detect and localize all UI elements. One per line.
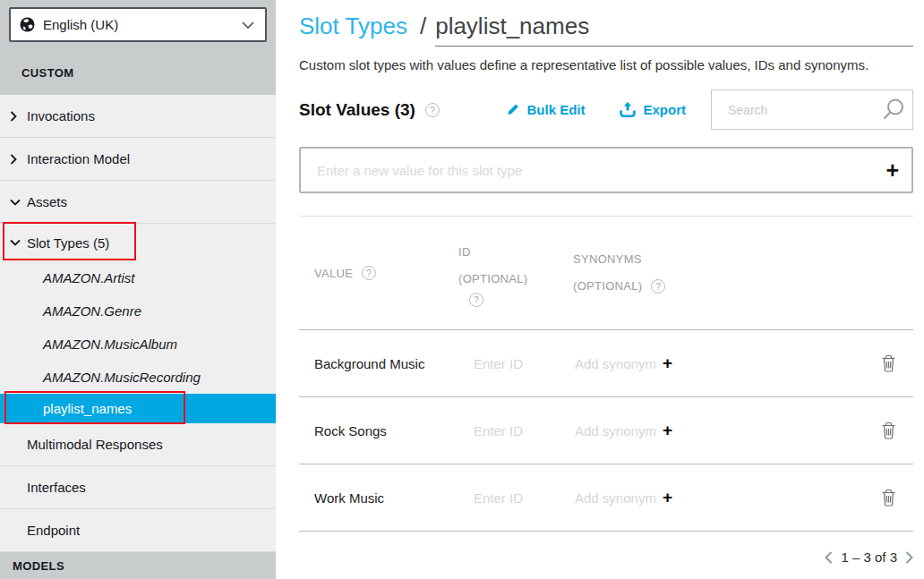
- synonym-input[interactable]: [573, 422, 658, 439]
- bulk-edit-icon: [505, 102, 520, 117]
- synonyms-header-optional-label: (OPTIONAL): [573, 273, 642, 300]
- export-button[interactable]: Export: [619, 101, 686, 118]
- pagination: 1 – 3 of 3: [299, 549, 913, 565]
- pagination-prev-icon[interactable]: [825, 551, 833, 564]
- language-selector[interactable]: English (UK): [9, 7, 267, 42]
- chevron-right-icon: [10, 111, 17, 122]
- sidebar-item-slot-types[interactable]: Slot Types (5): [0, 224, 276, 261]
- value-header-label: VALUE: [314, 267, 353, 280]
- sidebar-item-label: Slot Types (5): [27, 235, 109, 251]
- column-header-synonyms: SYNONYMS (OPTIONAL) ?: [573, 246, 913, 300]
- sidebar-item-label: AMAZON.MusicAlbum: [43, 336, 177, 352]
- sidebar-item-amazon-artist[interactable]: AMAZON.Artist: [0, 261, 276, 294]
- sidebar-item-label: Interaction Model: [27, 151, 130, 166]
- help-icon[interactable]: ?: [469, 293, 483, 307]
- sidebar: English (UK) CUSTOM Invocations Interact…: [0, 0, 276, 579]
- models-section-label: MODELS: [13, 559, 64, 573]
- sidebar-header: English (UK) CUSTOM: [0, 0, 276, 95]
- globe-icon: [20, 17, 35, 32]
- search-input[interactable]: [726, 102, 881, 118]
- sidebar-item-label: Endpoint: [27, 523, 80, 538]
- column-header-id: ID (OPTIONAL) ?: [458, 239, 573, 307]
- delete-row-icon[interactable]: [881, 354, 913, 372]
- sidebar-item-assets[interactable]: Assets: [0, 181, 276, 224]
- sidebar-item-amazon-musicalbum[interactable]: AMAZON.MusicAlbum: [0, 328, 276, 361]
- alexa-developer-console: English (UK) CUSTOM Invocations Interact…: [0, 0, 924, 579]
- chevron-down-icon: [10, 199, 21, 206]
- id-header-label: ID: [458, 239, 573, 266]
- sidebar-item-invocations[interactable]: Invocations: [0, 95, 276, 138]
- sidebar-item-amazon-genre[interactable]: AMAZON.Genre: [0, 294, 276, 328]
- bulk-edit-button[interactable]: Bulk Edit: [505, 102, 585, 117]
- sidebar-item-playlist-names[interactable]: playlist_names: [0, 394, 276, 423]
- sidebar-item-label: AMAZON.MusicRecording: [43, 370, 201, 385]
- custom-section-label: CUSTOM: [21, 66, 267, 80]
- chevron-down-icon: [10, 239, 21, 246]
- delete-row-icon[interactable]: [881, 489, 913, 507]
- table-body: Background Music + Rock Songs: [299, 329, 913, 532]
- slot-type-name: playlist_names: [435, 13, 589, 39]
- page-description: Custom slot types with values define a r…: [299, 57, 913, 73]
- add-synonym-icon[interactable]: +: [663, 488, 702, 507]
- export-icon: [619, 101, 637, 118]
- slot-values-table: VALUE ? ID (OPTIONAL) ? SYNONYMS (OPTION…: [299, 216, 913, 532]
- sidebar-nav: Invocations Interaction Model Assets Slo…: [0, 95, 276, 552]
- column-header-value: VALUE ?: [314, 266, 458, 280]
- new-slot-value-input[interactable]: [315, 162, 886, 179]
- sidebar-item-label: Assets: [27, 194, 67, 209]
- table-row: Background Music +: [299, 329, 913, 396]
- sidebar-item-label: Interfaces: [27, 480, 86, 495]
- pagination-next-icon[interactable]: [905, 551, 913, 564]
- search-box: [711, 89, 913, 130]
- sidebar-item-label: playlist_names: [43, 401, 132, 416]
- add-synonym-icon[interactable]: +: [663, 421, 702, 440]
- slot-values-toolbar: Slot Values (3) ? Bulk Edit: [299, 89, 913, 130]
- chevron-right-icon: [10, 154, 17, 165]
- help-icon[interactable]: ?: [362, 266, 376, 280]
- sidebar-item-label: Multimodal Responses: [27, 437, 163, 452]
- sidebar-item-multimodal-responses[interactable]: Multimodal Responses: [0, 423, 276, 466]
- slot-values-title: Slot Values (3): [299, 100, 415, 120]
- sidebar-item-interfaces[interactable]: Interfaces: [0, 466, 276, 509]
- table-row: Work Music +: [299, 464, 913, 531]
- language-label: English (UK): [43, 17, 118, 32]
- sidebar-footer: MODELS: [0, 552, 276, 579]
- table-header: VALUE ? ID (OPTIONAL) ? SYNONYMS (OPTION…: [299, 217, 913, 329]
- slot-value: Work Music: [314, 490, 472, 506]
- delete-row-icon[interactable]: [881, 421, 913, 439]
- synonym-input[interactable]: [573, 355, 658, 372]
- help-icon[interactable]: ?: [425, 103, 440, 117]
- synonym-input[interactable]: [573, 490, 658, 507]
- id-input[interactable]: [472, 490, 557, 507]
- sidebar-item-endpoint[interactable]: Endpoint: [0, 509, 276, 552]
- new-slot-value-field: +: [299, 147, 913, 193]
- pagination-label: 1 – 3 of 3: [841, 549, 897, 565]
- toolbar-links: Bulk Edit Export: [505, 101, 686, 118]
- sidebar-item-label: AMAZON.Genre: [43, 303, 141, 319]
- sidebar-item-label: AMAZON.Artist: [43, 270, 135, 285]
- slot-value: Rock Songs: [314, 423, 472, 439]
- add-synonym-icon[interactable]: +: [663, 353, 702, 373]
- page-title: Slot Types / playlist_names: [299, 13, 913, 47]
- main-content: Slot Types / playlist_names Custom slot …: [276, 0, 924, 579]
- sidebar-item-interaction-model[interactable]: Interaction Model: [0, 138, 276, 181]
- id-input[interactable]: [472, 355, 557, 372]
- help-icon[interactable]: ?: [651, 279, 665, 294]
- bulk-edit-label: Bulk Edit: [526, 102, 585, 117]
- breadcrumb-separator: /: [420, 13, 426, 39]
- id-input[interactable]: [472, 422, 557, 439]
- add-value-icon[interactable]: +: [886, 159, 899, 182]
- sidebar-item-label: Invocations: [27, 108, 95, 123]
- sidebar-item-amazon-musicrecording[interactable]: AMAZON.MusicRecording: [0, 361, 276, 394]
- synonyms-header-label: SYNONYMS: [573, 246, 913, 273]
- export-label: Export: [643, 102, 686, 117]
- table-row: Rock Songs +: [299, 396, 913, 464]
- slot-value: Background Music: [314, 356, 472, 371]
- chevron-down-icon: [242, 21, 254, 29]
- search-icon: [881, 98, 905, 122]
- breadcrumb-slot-types-link[interactable]: Slot Types: [299, 13, 407, 39]
